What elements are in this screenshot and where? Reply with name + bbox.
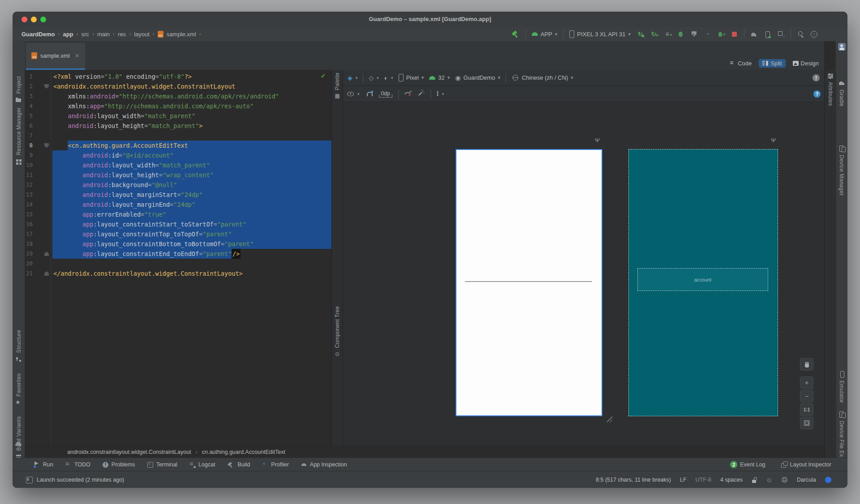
android-tool-icon[interactable] <box>15 442 22 446</box>
sidebar-item-resource-manager[interactable]: Resource Manager <box>13 107 25 165</box>
render-errors-icon[interactable]: ! <box>813 74 820 81</box>
zoom-to-fit-button[interactable] <box>800 417 813 429</box>
theme-color-dot[interactable] <box>825 477 831 483</box>
search-icon[interactable] <box>797 30 804 38</box>
orientation-select[interactable]: ◇ ▾ <box>369 74 378 81</box>
view-mode-code[interactable]: Code <box>726 59 755 68</box>
sidebar-item-device-manager[interactable]: Device Manager <box>836 145 847 196</box>
zoom-actual-button[interactable]: 1:1 <box>800 403 813 416</box>
pack-align-select[interactable]: I ▾ <box>437 90 444 98</box>
night-mode-select[interactable]: ◐ ▾ <box>384 74 393 81</box>
breadcrumb-item-app[interactable]: app <box>63 31 73 38</box>
zoom-in-button[interactable]: + <box>800 376 813 389</box>
apply-code-changes-icon[interactable] <box>650 30 658 38</box>
sidebar-item-project[interactable]: Project <box>13 76 25 103</box>
sidebar-item-emulator[interactable]: Emulator <box>836 371 847 403</box>
default-margin-select[interactable]: 0dp <box>379 90 392 98</box>
device-select[interactable]: PIXEL 3 XL API 31 ▾ <box>569 30 631 38</box>
stop-icon[interactable] <box>731 30 738 38</box>
tool-window-button-app-inspection[interactable]: App Inspection <box>301 461 347 468</box>
design-surface[interactable]: Ψ Ψ account + − 1:1 <box>343 102 824 446</box>
tool-window-button-profiler[interactable]: Profiler <box>262 461 289 468</box>
fold-marker-icon[interactable] <box>44 84 49 89</box>
indent-setting[interactable]: 4 spaces <box>720 477 743 483</box>
debug-icon[interactable] <box>677 30 684 38</box>
file-encoding[interactable]: UTF-8 <box>696 477 711 483</box>
close-tab-icon[interactable]: ✕ <box>75 52 80 59</box>
breadcrumb-item-src[interactable]: src <box>82 31 89 38</box>
breadcrumb-item-main[interactable]: main <box>97 31 110 38</box>
code-token: :layout_height <box>108 171 159 179</box>
account-edittext-widget[interactable]: account <box>637 268 768 291</box>
breadcrumb-accountedittext[interactable]: cn.authing.guard.AccountEditText <box>202 449 285 455</box>
toolbar-divider <box>430 90 431 98</box>
tool-window-button-event-log[interactable]: 2Event Log <box>730 461 765 468</box>
layout-preview-blueprint[interactable]: account <box>628 149 778 416</box>
sidebar-item-favorites[interactable]: Favorites <box>13 373 25 406</box>
view-mode-design[interactable]: Design <box>789 59 822 68</box>
profile-or-debug-apk-icon[interactable] <box>663 30 671 38</box>
tool-window-button-problems[interactable]: Problems <box>102 461 135 468</box>
palette-tab[interactable]: Palette ▦ <box>332 73 343 99</box>
unlock-icon[interactable] <box>752 477 757 483</box>
profile-avatar[interactable] <box>836 43 847 51</box>
fold-marker-icon[interactable] <box>44 271 49 276</box>
zoom-out-button[interactable]: − <box>800 390 813 402</box>
code-line: 15app:errorEnabled="true" <box>25 209 331 219</box>
view-options-select[interactable]: ▾ <box>347 90 360 98</box>
wrench-icon[interactable]: Ψ <box>771 137 776 144</box>
pan-hand-button[interactable] <box>800 358 813 371</box>
clear-constraints-icon[interactable]: x <box>404 90 412 98</box>
breadcrumb-item-layout[interactable]: layout <box>134 31 150 38</box>
gradle-sync-icon[interactable] <box>750 30 758 38</box>
apply-changes-icon[interactable] <box>636 30 644 38</box>
sidebar-item-build-variants[interactable]: Build Variants <box>13 416 25 461</box>
attributes-tab[interactable]: Attributes <box>825 73 836 106</box>
fold-marker-icon[interactable] <box>44 143 49 148</box>
smile-face-icon[interactable]: ☺ <box>766 476 772 483</box>
infer-constraints-wand-icon[interactable] <box>417 90 425 98</box>
component-tree-tab[interactable]: Component Tree ⊙ <box>332 306 343 357</box>
preview-resize-handle[interactable] <box>606 415 612 422</box>
inspection-ok-icon[interactable]: ✓ <box>321 73 328 80</box>
api-level-select[interactable]: 32 ▾ <box>429 74 450 81</box>
locale-select[interactable]: Chinese (zh / CN) ▾ <box>512 74 573 81</box>
theme-select[interactable]: ◉ GuardDemo ▾ <box>455 74 500 81</box>
sidebar-item-structure[interactable]: Structure <box>13 330 25 363</box>
caret-position[interactable]: 8:5 (517 chars, 11 line breaks) <box>596 477 671 483</box>
design-mode-select[interactable]: ◈ ▾ <box>348 74 357 81</box>
tool-window-button-layout-inspector[interactable]: Layout Inspector <box>781 461 831 468</box>
wrench-icon[interactable]: Ψ <box>595 137 600 144</box>
tab-sample-xml[interactable]: sample.xml ✕ <box>26 43 85 70</box>
line-ending[interactable]: LF <box>680 477 687 483</box>
run-config-select[interactable]: APP ▾ <box>532 31 558 38</box>
tool-window-button-logcat[interactable]: Logcat <box>189 461 215 468</box>
profile-low-overhead-icon[interactable] <box>717 30 725 38</box>
update-icon[interactable] <box>810 30 818 38</box>
breadcrumb-item-guarddemo[interactable]: GuardDemo <box>22 31 55 38</box>
tool-window-button-build[interactable]: Build <box>227 461 250 469</box>
autoconnect-magnet-icon[interactable] <box>366 90 373 98</box>
theme-name[interactable]: Darcula <box>797 477 816 483</box>
breadcrumb-item-sample-xml[interactable]: sample.xml <box>167 31 196 38</box>
code-lines[interactable]: 1<?xml version="1.0" encoding="utf-8"?>2… <box>25 72 331 280</box>
attach-debugger-icon[interactable] <box>690 30 698 38</box>
sidebar-item-gradle[interactable]: Gradle <box>836 80 847 107</box>
tool-window-button-todo[interactable]: TODO <box>65 461 90 468</box>
profiler-icon[interactable] <box>704 30 711 38</box>
fold-marker-icon[interactable] <box>44 252 49 256</box>
preview-device-select[interactable]: Pixel ▾ <box>399 74 424 81</box>
build-hammer-icon[interactable] <box>512 30 520 38</box>
tool-window-button-run[interactable]: Run <box>34 461 53 468</box>
tool-windows-icon[interactable] <box>26 477 33 483</box>
view-mode-split[interactable]: Split <box>759 59 785 68</box>
frown-face-icon[interactable]: ☹ <box>781 476 788 483</box>
code-token: "@+id/account" <box>122 152 173 159</box>
device-manager-icon[interactable] <box>764 30 771 38</box>
tool-window-button-terminal[interactable]: Terminal <box>147 461 177 468</box>
layout-preview-design[interactable] <box>456 149 602 416</box>
breadcrumb-constraintlayout[interactable]: androidx.constraintlayout.widget.Constra… <box>67 449 191 455</box>
breadcrumb-item-res[interactable]: res <box>118 31 126 38</box>
help-icon[interactable]: ? <box>813 90 821 98</box>
sdk-manager-icon[interactable] <box>777 30 785 38</box>
